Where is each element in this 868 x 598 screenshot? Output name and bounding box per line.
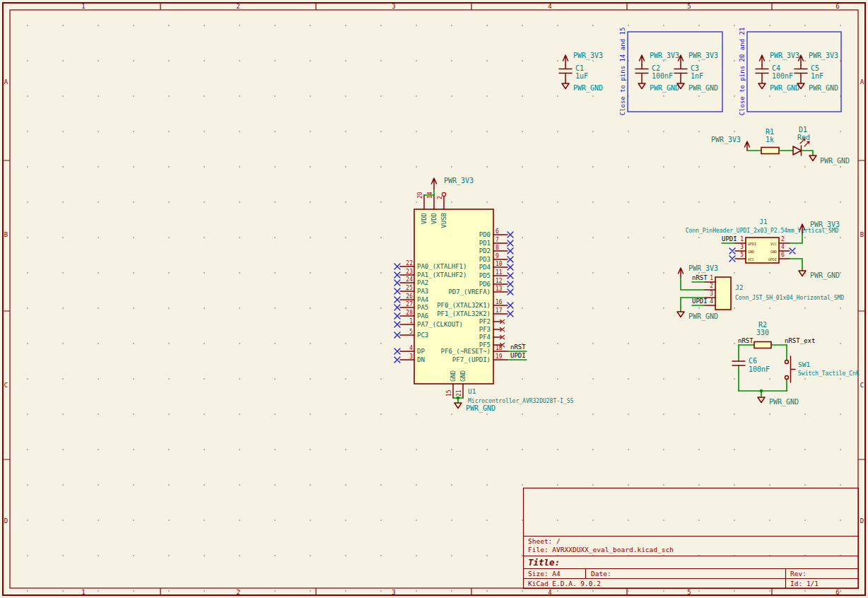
connector-body[interactable] bbox=[715, 277, 731, 310]
title-block-title: Title: bbox=[528, 557, 560, 568]
wire[interactable] bbox=[739, 391, 787, 397]
pin-number: 11 bbox=[495, 269, 503, 276]
note-area-box[interactable] bbox=[628, 32, 722, 112]
pin-name: PA1_(XTALHF2) bbox=[417, 271, 467, 279]
switch-contact-icon[interactable] bbox=[785, 360, 789, 364]
power-label: PWR_3V3 bbox=[711, 136, 741, 144]
pin-name: PD1 bbox=[479, 240, 491, 247]
power-gnd-icon[interactable] bbox=[562, 83, 569, 89]
capacitor-symbol[interactable] bbox=[756, 65, 768, 83]
wire[interactable] bbox=[802, 151, 814, 156]
frame-ticks-top bbox=[160, 3, 772, 10]
switch-actuator-icon[interactable] bbox=[791, 356, 796, 382]
power-3v3-icon[interactable] bbox=[640, 55, 645, 65]
power-label: PWR_3V3 bbox=[688, 264, 718, 273]
led-indicator-circuit[interactable]: PWR_3V3 R1 1k D1 Red PWR_GND bbox=[711, 126, 850, 165]
cap-value: 100nF bbox=[772, 72, 793, 80]
pin-number: 16 bbox=[495, 299, 503, 305]
note-area-box[interactable] bbox=[747, 32, 841, 112]
capacitor-C4[interactable]: PWR_3V3 C4 100nF PWR_GND bbox=[756, 52, 799, 93]
wire[interactable] bbox=[790, 259, 802, 271]
connector-value: Conn_JST_SH_01x04_Horizontal_SMD bbox=[735, 295, 844, 301]
power-gnd-icon[interactable] bbox=[809, 156, 816, 161]
frame-col-label: 6 bbox=[835, 3, 839, 10]
cap-value: 100nF bbox=[652, 72, 673, 80]
cap-ref: C6 bbox=[749, 357, 757, 365]
frame-row-label: B bbox=[4, 231, 8, 238]
pin-number: 8 bbox=[495, 245, 499, 251]
connector-value: Conn_PinHeader_UPDI_2x03_P2.54mm_Vertica… bbox=[686, 228, 839, 234]
reset-circuit[interactable]: R2 330 nRST nRST_ext C6 100nF SW1 Switch… bbox=[732, 321, 860, 406]
power-3v3-icon[interactable] bbox=[563, 55, 568, 65]
resistor-R1-body[interactable] bbox=[761, 148, 779, 154]
power-gnd-icon[interactable] bbox=[758, 397, 765, 403]
capacitor-symbol[interactable] bbox=[794, 65, 807, 83]
power-gnd-icon[interactable] bbox=[638, 83, 645, 89]
pin-number: 7 bbox=[495, 237, 499, 243]
power-3v3-icon[interactable] bbox=[760, 55, 765, 65]
pin-name: UPDI bbox=[748, 242, 756, 246]
cap-value: 1uF bbox=[575, 72, 588, 80]
pin-name: VUSB bbox=[440, 213, 447, 228]
net-label-nrst[interactable]: nRST bbox=[692, 274, 708, 281]
capacitor-C1[interactable]: PWR_3V3 C1 1uF PWR_GND bbox=[559, 52, 603, 93]
capacitor-symbol[interactable] bbox=[732, 361, 745, 365]
power-3v3-icon[interactable] bbox=[679, 268, 684, 277]
frame-col-label: 3 bbox=[392, 3, 395, 10]
mcu-U1[interactable]: U1 Microcontroller_AVR32DU28T-I_SS 20 14… bbox=[394, 177, 573, 413]
frame-row-label: D bbox=[4, 517, 8, 524]
frame-col-label: 5 bbox=[687, 589, 691, 596]
capacitor-C5[interactable]: PWR_3V3 C5 1nF PWR_GND bbox=[794, 52, 838, 93]
cap-value: 1nF bbox=[811, 72, 823, 80]
net-label-updi[interactable]: UPDI bbox=[722, 235, 737, 242]
frame-ticks-right bbox=[858, 160, 865, 459]
capacitor-C3[interactable]: PWR_3V3 C3 1nF PWR_GND bbox=[674, 52, 718, 93]
frame-col-label: 2 bbox=[236, 589, 240, 596]
pin-number: 4 bbox=[781, 244, 785, 250]
power-label: PWR_GND bbox=[770, 84, 799, 93]
pin-number: 28 bbox=[406, 310, 413, 316]
frame-ticks-left bbox=[3, 160, 10, 459]
pin-name: PF7_(UPDI) bbox=[452, 356, 491, 363]
led-value: Red bbox=[797, 134, 810, 141]
note-area-pins-20-21[interactable]: Close to pins 20 and 21 bbox=[739, 28, 841, 116]
pin-number: 24 bbox=[406, 276, 413, 283]
frame-col-label: 1 bbox=[81, 3, 85, 10]
pin-number: 6 bbox=[781, 252, 785, 258]
title-block-id: Id: 1/1 bbox=[790, 580, 819, 587]
frame-row-label: C bbox=[4, 382, 8, 389]
title-block-sheet: Sheet: / bbox=[528, 537, 561, 545]
junction-dot bbox=[457, 397, 460, 400]
power-gnd-icon[interactable] bbox=[758, 83, 766, 89]
power-gnd-icon[interactable] bbox=[454, 403, 462, 409]
net-label-updi[interactable]: UPDI bbox=[692, 298, 708, 305]
wire[interactable] bbox=[790, 233, 802, 243]
power-label: PWR_GND bbox=[466, 404, 495, 413]
pin-number: 17 bbox=[495, 307, 503, 314]
power-3v3-icon[interactable] bbox=[432, 178, 437, 189]
note-area-pins-14-15[interactable]: Close to pins 14 and 15 bbox=[619, 28, 722, 116]
pin-name: GND bbox=[450, 370, 457, 382]
net-label-nrst-ext[interactable]: nRST_ext bbox=[785, 337, 815, 344]
schematic-sheet: 1 2 3 4 5 6 1 2 3 4 5 6 A B C D A B C D … bbox=[0, 0, 868, 598]
resistor-R2-body[interactable] bbox=[754, 342, 771, 348]
capacitor-C2[interactable]: PWR_3V3 C2 100nF PWR_GND bbox=[635, 52, 679, 93]
net-label-nrst[interactable]: nRST bbox=[738, 337, 753, 344]
led-diode-icon[interactable] bbox=[793, 146, 802, 156]
frame-col-label: 3 bbox=[392, 589, 395, 596]
pin-name: PF1_(XTAL32K2) bbox=[437, 310, 491, 317]
switch-contact-icon[interactable] bbox=[785, 376, 789, 380]
capacitor-symbol[interactable] bbox=[674, 65, 687, 83]
power-label: PWR_3V3 bbox=[573, 52, 603, 60]
net-label-nrst[interactable]: nRST bbox=[510, 344, 526, 351]
cap-ref: C2 bbox=[652, 64, 660, 72]
power-gnd-icon[interactable] bbox=[677, 312, 684, 317]
pin-name: GND bbox=[459, 370, 467, 382]
pin-name: PA0_(XTALHF1) bbox=[417, 263, 467, 270]
power-3v3-icon[interactable] bbox=[745, 141, 750, 151]
net-label-updi[interactable]: UPDI bbox=[510, 352, 526, 359]
capacitor-symbol[interactable] bbox=[635, 65, 648, 83]
power-gnd-icon[interactable] bbox=[799, 271, 806, 276]
capacitor-symbol[interactable] bbox=[559, 65, 572, 83]
frame-col-label: 1 bbox=[81, 589, 85, 596]
